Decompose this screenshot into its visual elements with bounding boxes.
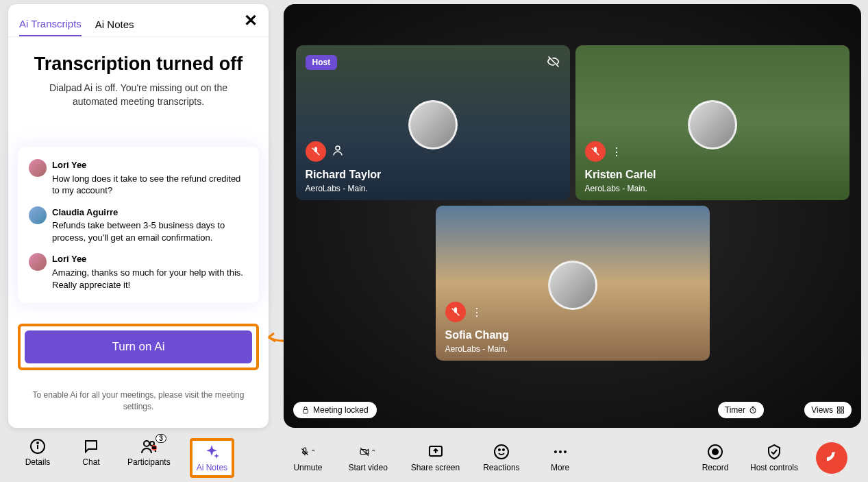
svg-rect-9: [841, 411, 844, 413]
svg-rect-16: [153, 447, 156, 448]
participant-location: AeroLabs - Main.: [445, 344, 508, 354]
reactions-label: Reactions: [483, 463, 519, 472]
record-icon: [707, 444, 723, 460]
ai-notes-button[interactable]: Ai Notes: [190, 438, 234, 478]
chat-icon: [83, 438, 99, 455]
list-item: Claudia Aguirre Refunds take between 3-5…: [29, 206, 248, 244]
svg-point-21: [495, 445, 508, 459]
svg-rect-8: [838, 411, 841, 413]
svg-point-25: [559, 450, 562, 453]
footnote: To enable Ai for all your meetings, plea…: [8, 370, 269, 413]
svg-rect-6: [838, 407, 841, 410]
more-vert-icon[interactable]: ⋮: [611, 145, 622, 158]
reactions-button[interactable]: Reactions: [483, 444, 519, 472]
svg-point-28: [712, 449, 718, 455]
details-label: Details: [25, 457, 51, 467]
chat-button[interactable]: Chat: [74, 438, 108, 478]
participant-name: Richard Taylor: [306, 169, 382, 181]
svg-point-12: [37, 442, 38, 444]
participants-button[interactable]: 3 Participants: [127, 438, 171, 478]
svg-rect-4: [303, 410, 308, 413]
participant-name: Sofia Chang: [445, 329, 509, 341]
avatar: [548, 261, 597, 310]
muted-icon[interactable]: [445, 302, 466, 322]
sparkle-icon: [203, 444, 220, 460]
video-off-icon: ⌃: [360, 444, 376, 460]
participant-name: Kristen Carlel: [585, 169, 656, 181]
views-label: Views: [811, 405, 833, 415]
panel-title: Transcription turned off: [22, 53, 255, 75]
meeting-locked-badge[interactable]: Meeting locked: [293, 402, 377, 418]
svg-point-14: [150, 442, 154, 446]
participant-location: AeroLabs - Main.: [585, 184, 647, 193]
toolbar: Details Chat 3 Participants Ai Notes ⌃ U…: [0, 434, 868, 482]
transcript-sample: Lori Yee How long does it take to see th…: [18, 147, 259, 303]
hangup-button[interactable]: [816, 442, 847, 474]
svg-point-24: [554, 450, 557, 453]
msg-name: Lori Yee: [52, 159, 248, 171]
tab-ai-notes[interactable]: Ai Notes: [95, 13, 134, 36]
share-screen-label: Share screen: [411, 463, 460, 472]
panel-tabs: Ai Transcripts Ai Notes ✕: [8, 4, 269, 37]
avatar: [29, 206, 47, 224]
cta-highlight: Turn on Ai: [18, 324, 259, 370]
more-horiz-icon: [552, 444, 569, 460]
host-controls-label: Host controls: [750, 463, 798, 472]
list-item: Lori Yee How long does it take to see th…: [29, 159, 248, 197]
unmute-button[interactable]: ⌃ Unmute: [290, 444, 325, 472]
start-video-label: Start video: [348, 463, 387, 472]
people-icon: [140, 438, 157, 455]
views-pill[interactable]: Views: [804, 402, 852, 418]
participants-count: 3: [156, 434, 166, 443]
panel-content: Transcription turned off Dialpad Ai is o…: [8, 37, 269, 125]
list-item: Lori Yee Amazing, thanks so much for you…: [29, 253, 248, 291]
close-icon[interactable]: ✕: [244, 11, 258, 30]
participants-label: Participants: [127, 457, 171, 467]
panel-subtitle: Dialpad Ai is off. You're missing out on…: [22, 82, 255, 108]
participant-tile[interactable]: Host Richard Taylor AeroLabs - Main.: [296, 45, 570, 200]
details-button[interactable]: Details: [21, 438, 55, 478]
turn-on-ai-button[interactable]: Turn on Ai: [25, 330, 252, 363]
chat-label: Chat: [82, 457, 99, 467]
chevron-up-icon[interactable]: ⌃: [371, 448, 376, 456]
tab-ai-transcripts[interactable]: Ai Transcripts: [19, 12, 82, 36]
record-button[interactable]: Record: [698, 444, 732, 472]
svg-point-1: [336, 146, 340, 150]
smile-icon: [493, 444, 510, 460]
svg-point-26: [564, 450, 567, 453]
avatar: [688, 100, 737, 149]
record-label: Record: [702, 463, 729, 472]
more-vert-icon[interactable]: ⋮: [471, 306, 482, 319]
muted-icon[interactable]: [585, 141, 606, 162]
msg-name: Lori Yee: [52, 253, 248, 265]
share-screen-icon: [427, 444, 444, 460]
more-label: More: [551, 463, 569, 472]
host-controls-button[interactable]: Host controls: [750, 444, 798, 472]
visibility-off-icon[interactable]: [547, 55, 560, 71]
share-screen-button[interactable]: Share screen: [411, 444, 460, 472]
start-video-button[interactable]: ⌃ Start video: [348, 444, 387, 472]
msg-text: How long does it take to see the refund …: [52, 173, 248, 197]
avatar: [408, 100, 458, 149]
svg-point-13: [144, 441, 149, 446]
info-icon: [29, 438, 46, 455]
svg-rect-7: [841, 407, 844, 410]
muted-icon[interactable]: [306, 141, 326, 162]
timer-pill[interactable]: Timer: [718, 402, 764, 418]
participant-tile[interactable]: ⋮ Sofia Chang AeroLabs - Main.: [436, 206, 710, 361]
avatar: [29, 159, 47, 177]
msg-name: Claudia Aguirre: [52, 206, 248, 219]
ai-panel: Ai Transcripts Ai Notes ✕ Transcription …: [8, 4, 269, 428]
lock-icon: [301, 406, 310, 414]
participant-tile[interactable]: ⋮ Kristen Carlel AeroLabs - Main.: [575, 45, 850, 200]
msg-text: Refunds take between 3-5 business days t…: [52, 219, 248, 243]
shield-icon: [766, 444, 782, 460]
video-grid: Host Richard Taylor AeroLabs - Main.: [284, 4, 861, 428]
mic-off-icon: ⌃: [299, 444, 316, 460]
timer-icon: [749, 406, 757, 414]
unmute-label: Unmute: [293, 463, 322, 472]
phone-down-icon: [823, 450, 840, 466]
person-icon[interactable]: [332, 144, 344, 159]
more-button[interactable]: More: [543, 444, 578, 472]
chevron-up-icon[interactable]: ⌃: [310, 448, 316, 456]
